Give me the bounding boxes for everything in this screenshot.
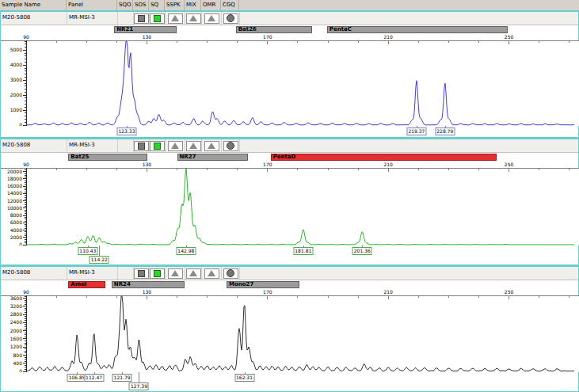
svg-text:4000: 4000 xyxy=(10,227,22,233)
peak-label-connector xyxy=(139,372,139,382)
sspk-flag-icon xyxy=(171,270,179,276)
sample-group-blue: M20-5808 MR-MSI-3 NR21Bat26PentaC 901301… xyxy=(0,10,579,138)
x-tick-label: 210 xyxy=(379,34,398,40)
sample-row[interactable]: M20-5808 MR-MSI-3 xyxy=(1,139,578,153)
svg-text:3000: 3000 xyxy=(10,77,22,82)
x-tick-label: 250 xyxy=(500,162,519,167)
marker-bar-mono27[interactable]: Mono27 xyxy=(227,281,299,288)
electropherogram-plot[interactable]: 04008001200160020002400280032003600 xyxy=(1,295,579,372)
x-tick-label: 130 xyxy=(137,34,156,40)
panel-name-cell: MR-MSI-3 xyxy=(67,267,118,280)
peak-size-label[interactable]: 181.81 xyxy=(293,247,313,255)
sqo-flag-cell xyxy=(118,267,134,280)
marker-bar-nr24[interactable]: NR24 xyxy=(112,281,185,288)
peak-size-label[interactable]: 127.39 xyxy=(129,382,149,390)
marker-bar-bat26[interactable]: Bat26 xyxy=(236,26,312,33)
peak-label-row: 123.33219.37228.79 xyxy=(1,126,578,137)
panel-name-cell: MR-MSI-3 xyxy=(67,139,118,152)
svg-text:2000: 2000 xyxy=(10,328,22,333)
cgq-flag-icon xyxy=(227,142,234,150)
peak-size-label[interactable]: 219.37 xyxy=(406,127,426,135)
sq-flag-icon xyxy=(154,143,161,150)
peak-size-label[interactable]: 228.79 xyxy=(435,127,455,135)
peak-label-row: 106.85112.47121.79127.39162.31 xyxy=(1,372,578,391)
column-header-omr: OMR xyxy=(201,0,221,10)
svg-text:1200: 1200 xyxy=(10,344,22,349)
peak-size-label[interactable]: 123.33 xyxy=(116,127,136,135)
column-header-sqo: SQO xyxy=(117,0,133,10)
cgq-flag-icon xyxy=(227,269,234,277)
omr-flag-icon xyxy=(208,270,215,276)
column-header-mix: MIX xyxy=(185,0,201,10)
mix-flag-icon xyxy=(189,15,197,21)
x-tick-label: 90 xyxy=(17,34,36,40)
column-header-panel: Panel xyxy=(67,0,117,10)
x-tick-label: 250 xyxy=(500,34,519,40)
electropherogram-plot[interactable]: 0200040006000800010000120001400016000180… xyxy=(1,168,579,245)
sos-flag-icon xyxy=(138,270,145,277)
sample-row[interactable]: M20-5808 MR-MSI-3 xyxy=(1,12,578,25)
x-tick-label: 90 xyxy=(17,162,36,167)
svg-text:1000: 1000 xyxy=(10,107,22,112)
peak-label-row: 110.43114.22142.98181.81201.36 xyxy=(1,245,578,265)
svg-text:2000: 2000 xyxy=(10,234,22,240)
sample-row[interactable]: M20-5808 MR-MSI-3 xyxy=(1,267,578,280)
x-tick-label: 170 xyxy=(258,34,277,40)
svg-text:800: 800 xyxy=(13,352,23,358)
samples-table-header: Sample Name Panel SQO SOS SQ SSPK MIX OM… xyxy=(0,0,579,10)
sos-flag-icon xyxy=(138,143,145,150)
marker-bar-row: NR21Bat26PentaC xyxy=(1,25,578,34)
svg-text:8000: 8000 xyxy=(10,212,22,218)
panel-name-cell: MR-MSI-3 xyxy=(67,12,118,25)
x-axis-labels: 90130170210250 xyxy=(1,162,578,168)
electropherogram-plot[interactable]: 010002000300040005000 xyxy=(1,40,579,126)
marker-bar-pentac[interactable]: PentaC xyxy=(327,26,508,33)
x-tick-label: 250 xyxy=(500,289,519,295)
cgq-flag-icon xyxy=(227,14,234,22)
mix-flag-icon xyxy=(189,270,197,276)
x-axis-labels: 90130170210250 xyxy=(1,289,578,295)
peak-size-label[interactable]: 110.43 xyxy=(78,247,97,255)
omr-flag-icon xyxy=(208,143,215,149)
svg-text:2000: 2000 xyxy=(10,92,22,97)
svg-text:400: 400 xyxy=(13,360,23,366)
marker-bar-pentad[interactable]: PentaD xyxy=(271,154,497,161)
peak-size-label[interactable]: 201.36 xyxy=(352,247,372,255)
sample-name-cell: M20-5808 xyxy=(1,12,67,25)
svg-text:14000: 14000 xyxy=(7,190,22,196)
sample-name-cell: M20-5808 xyxy=(1,139,67,152)
sq-flag-icon xyxy=(154,15,161,22)
svg-text:3200: 3200 xyxy=(10,303,22,309)
marker-bar-amel[interactable]: Amel xyxy=(68,281,105,288)
svg-text:1600: 1600 xyxy=(10,336,22,341)
svg-text:20000: 20000 xyxy=(7,169,22,174)
x-tick-label: 170 xyxy=(258,162,277,167)
marker-bar-bat25[interactable]: Bat25 xyxy=(68,154,147,161)
peak-size-label[interactable]: 121.79 xyxy=(112,374,132,382)
svg-text:18000: 18000 xyxy=(7,176,22,181)
x-tick-label: 170 xyxy=(258,289,277,295)
column-header-sample-name: Sample Name xyxy=(0,0,67,10)
svg-text:4000: 4000 xyxy=(10,62,22,67)
x-tick-label: 90 xyxy=(17,289,36,295)
peak-size-label[interactable]: 142.98 xyxy=(176,247,196,255)
svg-text:5000: 5000 xyxy=(10,47,22,52)
marker-bar-nr21[interactable]: NR21 xyxy=(114,26,176,33)
peak-size-label[interactable]: 162.31 xyxy=(234,374,254,382)
peak-size-label[interactable]: 114.22 xyxy=(90,256,109,264)
marker-bar-row: Bat25NR27PentaD xyxy=(1,153,578,162)
sample-group-green: M20-5808 MR-MSI-3 Bat25NR27PentaD 901301… xyxy=(0,138,579,265)
peak-label-connector xyxy=(99,245,100,256)
sos-flag-icon xyxy=(138,15,145,22)
column-header-sos: SOS xyxy=(133,0,149,10)
header-filler xyxy=(239,0,579,10)
peak-size-label[interactable]: 112.47 xyxy=(84,374,104,382)
x-axis-labels: 90130170210250 xyxy=(1,34,578,40)
omr-flag-icon xyxy=(208,15,215,21)
sq-flag-icon xyxy=(154,270,161,277)
x-tick-label: 130 xyxy=(137,289,156,295)
sample-group-black: M20-5808 MR-MSI-3 AmelNR24Mono27 9013017… xyxy=(0,265,579,392)
svg-text:2800: 2800 xyxy=(10,311,22,317)
marker-bar-nr27[interactable]: NR27 xyxy=(177,154,249,161)
column-header-sq: SQ xyxy=(149,0,165,10)
